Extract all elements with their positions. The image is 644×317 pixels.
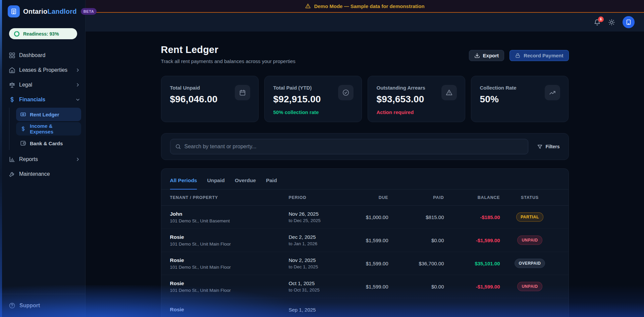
- period-to: to Jan 1, 2026: [289, 241, 356, 246]
- balance-amount: $35,101.00: [444, 261, 500, 266]
- sun-icon: [608, 19, 615, 26]
- paid-amount: $0.00: [388, 284, 444, 289]
- dollar-icon: [20, 126, 26, 132]
- tenant-property: 101 Demo St., Unit Basement: [170, 218, 289, 223]
- notifications-count-badge: 6: [598, 16, 604, 22]
- readiness-pill[interactable]: Readiness: 93%: [9, 28, 77, 39]
- trendUp-icon: [545, 85, 560, 100]
- column-header-period: PERIOD: [289, 195, 356, 200]
- sidebar-item-support[interactable]: Support: [0, 299, 85, 312]
- period-from: Nov 26, 2025: [289, 211, 356, 217]
- stat-note: 50% collection rate: [273, 109, 353, 115]
- table-row[interactable]: Rosie101 Demo St., Unit Main FloorDec 2,…: [161, 229, 569, 252]
- paid-amount: $36,700.00: [388, 261, 444, 266]
- tenant-name: Rosie: [170, 280, 289, 286]
- paid-amount: $0.00: [388, 237, 444, 243]
- sidebar-item-reports[interactable]: Reports: [0, 152, 85, 167]
- checkCircle-icon: [338, 85, 354, 100]
- table-row[interactable]: RosieSep 1, 2025: [161, 298, 569, 317]
- table-header: TENANT / PROPERTYPERIODDUEPAIDBALANCESTA…: [161, 190, 569, 206]
- status-badge: OVERPAID: [515, 259, 545, 268]
- due-amount: $1,599.00: [356, 261, 388, 266]
- support-section: Support: [0, 294, 85, 317]
- sidebar-item-bank-cards[interactable]: Bank & Cards: [16, 137, 81, 150]
- stat-card-collection-rate: Collection Rate50%: [471, 76, 569, 122]
- status-badge: UNPAID: [517, 282, 542, 291]
- due-amount: $1,599.00: [356, 237, 388, 243]
- period-tabs: All PeriodsUnpaidOverduePaid: [161, 169, 569, 190]
- chevron-right-icon: [75, 157, 80, 162]
- stat-card-total-paid-ytd: Total Paid (YTD)$92,915.0050% collection…: [264, 76, 362, 122]
- period-to: to Oct 31, 2025: [289, 287, 356, 293]
- sidebar-nav: DashboardLeases & PropertiesLegalFinanci…: [0, 48, 85, 294]
- topbar: 6: [86, 13, 644, 32]
- scales-icon: [9, 82, 15, 88]
- sidebar-item-dashboard[interactable]: Dashboard: [0, 48, 85, 63]
- notifications-button[interactable]: 6: [594, 19, 601, 26]
- brand-name: OntarioLandlord: [23, 8, 77, 15]
- avatar-building-icon: [626, 19, 632, 25]
- stat-card-outstanding-arrears: Outstanding Arrears$93,653.00Action requ…: [368, 76, 465, 122]
- period-to: to Dec 1, 2025: [289, 264, 356, 269]
- period-from: Dec 2, 2025: [289, 234, 356, 240]
- balance-amount: -$185.00: [444, 214, 500, 220]
- home-icon: [9, 67, 15, 73]
- funnel-icon: [537, 144, 543, 150]
- tab-unpaid[interactable]: Unpaid: [207, 177, 225, 190]
- tab-paid[interactable]: Paid: [266, 177, 277, 190]
- help-circle-icon: [9, 302, 15, 309]
- grid-icon: [9, 52, 15, 59]
- app-root: Demo Mode — Sample data for demonstratio…: [0, 0, 644, 317]
- sidebar-item-income-expenses[interactable]: Income & Expenses: [16, 122, 81, 136]
- brand[interactable]: OntarioLandlord BETA: [0, 0, 85, 22]
- paid-amount: $815.00: [388, 214, 444, 220]
- app-logo-building-icon: [8, 5, 20, 17]
- ledger-card: All PeriodsUnpaidOverduePaid TENANT / PR…: [161, 168, 569, 317]
- wrench-icon: [9, 171, 15, 177]
- readiness-progress-ring-icon: [14, 31, 20, 37]
- sidebar: OntarioLandlord BETA Readiness: 93% Dash…: [0, 0, 86, 317]
- page-subtitle: Track all rent payments and balances acr…: [161, 58, 296, 64]
- user-avatar[interactable]: [623, 16, 635, 28]
- sidebar-subnav-financials: Rent LedgerIncome & ExpensesBank & Cards: [9, 108, 81, 150]
- period-from: Sep 1, 2025: [289, 307, 356, 313]
- export-button[interactable]: Export: [469, 50, 504, 61]
- chart-icon: [9, 156, 15, 163]
- page-title: Rent Ledger: [161, 44, 296, 55]
- table-row[interactable]: John101 Demo St., Unit BasementNov 26, 2…: [161, 206, 569, 229]
- tenant-name: Rosie: [170, 257, 289, 263]
- record-payment-button[interactable]: Record Payment: [509, 50, 569, 61]
- warning-triangle-icon: [305, 3, 311, 9]
- demo-mode-text: Demo Mode — Sample data for demonstratio…: [314, 3, 424, 9]
- table-row[interactable]: Rosie101 Demo St., Unit Main FloorNov 2,…: [161, 252, 569, 275]
- calendar-icon: [235, 85, 250, 100]
- period-from: Nov 2, 2025: [289, 257, 356, 263]
- due-amount: $1,599.00: [356, 284, 388, 289]
- sidebar-item-maintenance[interactable]: Maintenance: [0, 167, 85, 181]
- demo-mode-banner: Demo Mode — Sample data for demonstratio…: [86, 0, 644, 13]
- filters-button[interactable]: Filters: [537, 144, 559, 150]
- readiness-label: Readiness: 93%: [23, 31, 59, 37]
- theme-toggle-button[interactable]: [608, 19, 615, 26]
- sidebar-item-leases-properties[interactable]: Leases & Properties: [0, 63, 85, 77]
- search-input[interactable]: [184, 144, 524, 150]
- sidebar-item-rent-ledger[interactable]: Rent Ledger: [16, 108, 81, 121]
- chevron-right-icon: [75, 67, 80, 73]
- column-header-balance: BALANCE: [444, 195, 500, 200]
- tenant-name: Rosie: [170, 234, 289, 240]
- tenant-property: 101 Demo St., Unit Main Floor: [170, 242, 289, 247]
- support-label: Support: [19, 303, 40, 309]
- dollar-icon: [9, 96, 15, 103]
- search-card: Filters: [161, 133, 569, 160]
- sidebar-item-legal[interactable]: Legal: [0, 77, 85, 92]
- tenant-name: John: [170, 211, 289, 217]
- table-row[interactable]: Rosie101 Demo St., Unit Main FloorOct 1,…: [161, 275, 569, 298]
- beta-badge: BETA: [81, 8, 97, 15]
- stats-row: Total Unpaid$96,046.00Total Paid (YTD)$9…: [161, 76, 569, 122]
- sidebar-item-financials[interactable]: Financials: [0, 92, 85, 107]
- tab-all-periods[interactable]: All Periods: [170, 177, 197, 190]
- main-content: Rent Ledger Track all rent payments and …: [86, 32, 644, 317]
- tab-overdue[interactable]: Overdue: [235, 177, 256, 190]
- tenant-property: 101 Demo St., Unit Main Floor: [170, 288, 289, 293]
- tenant-property: 101 Demo St., Unit Main Floor: [170, 265, 289, 270]
